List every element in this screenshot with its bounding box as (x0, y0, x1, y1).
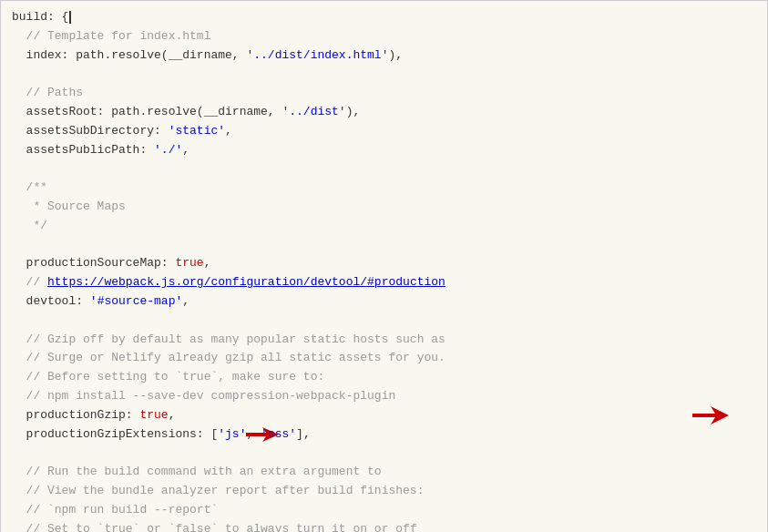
code-comment: // Run the build command with an extra a… (12, 463, 382, 482)
code-string: '#source-map' (90, 292, 182, 312)
code-line-6: assetsSubDirectory: 'static', (12, 122, 756, 141)
code-string: ../dist/index.html (253, 46, 381, 66)
code-line-27: // Set to `true` or `false` to always tu… (12, 520, 756, 532)
code-line-7: assetsPublicPath: './', (12, 141, 756, 160)
code-text: '), (339, 103, 360, 122)
code-comment: // Surge or Netlify already gzip all sta… (12, 349, 445, 368)
code-comment: // Template for index.html (12, 27, 210, 46)
code-editor: build: { // Template for index.html inde… (0, 0, 768, 532)
code-comment: // Paths (12, 84, 83, 103)
code-line-empty (12, 312, 756, 331)
code-line-2: index: path.resolve(__dirname, '../dist/… (12, 46, 756, 66)
code-string: ../dist (289, 103, 339, 122)
code-text: index: path.resolve(__dirname, ' (12, 46, 253, 66)
code-string: 'static' (169, 122, 225, 141)
code-line-10: * Source Maps (12, 198, 756, 217)
code-comment: // View the bundle analyzer report after… (12, 482, 424, 501)
code-line-9: /** (12, 179, 756, 198)
code-keyword: true (175, 254, 203, 273)
code-comment: // npm install --save-dev compression-we… (12, 387, 395, 406)
code-text: productionGzipExtensions: [ (12, 425, 218, 445)
code-comment: // `npm run build --report` (12, 501, 218, 520)
code-text: ], (296, 425, 311, 445)
code-comment: // (12, 273, 47, 292)
code-text: devtool: (12, 292, 90, 312)
code-line-21: productionGzip: true, (12, 406, 756, 425)
code-text: productionGzip: (12, 406, 139, 425)
code-comment: */ (12, 217, 47, 236)
code-comment: /** (12, 179, 47, 198)
code-comment: // Set to `true` or `false` to always tu… (12, 520, 395, 532)
code-text: assetsSubDirectory: (12, 122, 169, 141)
code-line-18: // Surge or Netlify already gzip all sta… (12, 349, 756, 368)
code-line-20: // npm install --save-dev compression-we… (12, 387, 756, 406)
code-text: , (225, 122, 232, 141)
code-comment: * Source Maps (12, 198, 126, 217)
code-line-13: productionSourceMap: true, (12, 254, 756, 273)
code-string: 'css' (261, 425, 296, 445)
code-line-15: devtool: '#source-map', (12, 292, 756, 312)
code-text: '), (382, 46, 403, 66)
code-line-empty (12, 444, 756, 463)
code-line-19: // Before setting to `true`, make sure t… (12, 368, 756, 387)
code-line-26: // `npm run build --report` (12, 501, 756, 520)
code-line-25: // View the bundle analyzer report after… (12, 482, 756, 501)
code-text: , (182, 292, 189, 312)
code-line-empty (12, 65, 756, 84)
code-line-5: assetsRoot: path.resolve(__dirname, '../… (12, 103, 756, 122)
code-url: https://webpack.js.org/configuration/dev… (47, 273, 445, 292)
code-text: build: { (12, 8, 68, 27)
code-line-4: // Paths (12, 84, 756, 103)
code-string: './' (154, 141, 182, 160)
code-line-17: // Gzip off by default as many popular s… (12, 331, 756, 350)
code-line-11: */ (12, 217, 756, 236)
code-line-24: // Run the build command with an extra a… (12, 463, 756, 482)
code-line-1: // Template for index.html (12, 27, 756, 46)
code-text: assetsRoot: path.resolve(__dirname, ' (12, 103, 289, 122)
code-line-title: build: { (12, 8, 756, 27)
code-line-22: productionGzipExtensions: ['js', 'css'], (12, 425, 756, 445)
code-line-empty (12, 236, 756, 255)
code-text: , (182, 141, 189, 160)
code-comment: // Before setting to `true`, make sure t… (12, 368, 324, 387)
code-text: , (204, 254, 211, 273)
text-cursor (69, 11, 71, 24)
code-off: off (395, 520, 416, 532)
code-string: 'js' (218, 425, 246, 445)
code-text: assetsPublicPath: (12, 141, 154, 160)
code-text: , (246, 425, 261, 445)
code-line-empty (12, 159, 756, 179)
code-keyword: true (139, 406, 168, 425)
code-line-14: // https://webpack.js.org/configuration/… (12, 273, 756, 292)
code-text: productionSourceMap: (12, 254, 175, 273)
code-text: , (169, 406, 176, 425)
code-comment: // Gzip off by default as many popular s… (12, 331, 445, 350)
